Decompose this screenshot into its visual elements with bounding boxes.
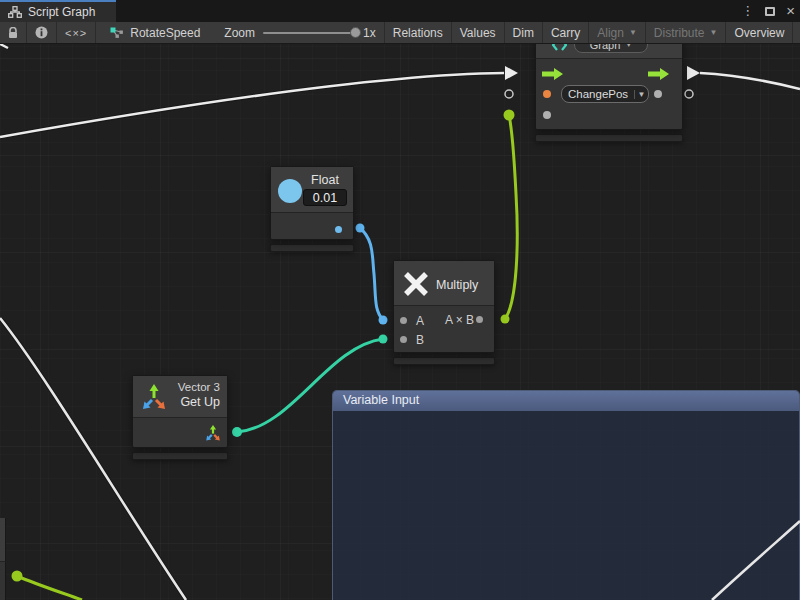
graph-hierarchy-icon	[8, 6, 22, 18]
node-title: Float	[303, 173, 347, 187]
tab-label: Script Graph	[28, 5, 95, 19]
wire-multiply-to-graph	[505, 115, 517, 319]
tab-script-graph[interactable]: Script Graph	[0, 0, 116, 22]
graph-reference-button[interactable]: RotateSpeed	[96, 22, 210, 43]
zoom-slider[interactable]	[263, 32, 355, 34]
node-footer	[132, 452, 228, 460]
connection-dot-green	[501, 315, 510, 324]
node-multiply[interactable]: Multiply A A × B B	[393, 260, 495, 365]
info-button[interactable]	[27, 22, 57, 43]
changepos-dropdown[interactable]: ChangePos ▼	[561, 85, 649, 103]
empty-port-ring	[505, 90, 513, 98]
group-header[interactable]: Variable Input	[333, 391, 799, 411]
port-axb-output[interactable]	[476, 316, 483, 323]
code-icon: <×>	[65, 27, 87, 39]
zoom-slider-handle[interactable]	[350, 27, 361, 38]
info-icon	[35, 26, 48, 39]
float-value-input[interactable]: 0.01	[303, 189, 347, 206]
port-changepos-input[interactable]	[543, 90, 551, 98]
flow-arrowhead-out	[687, 66, 700, 80]
node-title: Vector 3	[178, 381, 220, 393]
connection-dot-green	[12, 571, 23, 582]
wire-green-bottom-left	[17, 576, 82, 600]
float-icon	[278, 179, 302, 203]
node-title: Multiply	[436, 278, 478, 292]
port-a-label: A	[416, 315, 424, 327]
wire-white-corner	[0, 44, 8, 48]
subgraph-icon	[552, 44, 567, 51]
connection-dot-teal	[379, 335, 388, 344]
flow-input-port[interactable]	[542, 68, 564, 80]
group-title: Variable Input	[343, 393, 419, 407]
port-output-label: A × B	[445, 314, 474, 326]
align-button[interactable]: Align ▼	[589, 22, 646, 43]
values-button[interactable]: Values	[452, 22, 505, 43]
distribute-button[interactable]: Distribute ▼	[646, 22, 727, 43]
window-maximize-icon[interactable]	[765, 7, 775, 16]
full-screen-button[interactable]: Full Screen	[793, 22, 800, 43]
flow-output-port[interactable]	[648, 68, 670, 80]
chevron-down-icon: ▼	[625, 44, 632, 48]
lock-icon	[8, 27, 18, 39]
port-float-output[interactable]	[335, 226, 342, 233]
group-variable-input[interactable]: Variable Input	[332, 390, 800, 600]
zoom-control: Zoom 1x	[210, 22, 383, 43]
graph-node-icon	[110, 27, 124, 39]
wire-flow-in	[0, 73, 504, 137]
node-float[interactable]: Float 0.01	[270, 166, 354, 252]
tab-bar: Script Graph ⋮ ×	[0, 0, 800, 22]
flow-arrowhead-in	[505, 66, 518, 80]
zoom-value: 1x	[363, 26, 376, 40]
dim-button[interactable]: Dim	[505, 22, 543, 43]
chevron-down-icon: ▼	[634, 90, 648, 99]
node-offscreen-left[interactable]	[0, 518, 6, 600]
port-vector3-output[interactable]	[205, 425, 221, 441]
node-vector3-get-up[interactable]: Vector 3 Get Up	[132, 375, 228, 460]
lock-button[interactable]	[0, 22, 27, 43]
connection-dot-blue	[356, 224, 365, 233]
connection-dot-blue	[379, 316, 388, 325]
window-close-icon[interactable]: ×	[786, 0, 795, 22]
port-b-label: B	[416, 334, 424, 346]
chevron-down-icon: ▼	[629, 28, 637, 37]
window-menu-icon[interactable]: ⋮	[741, 0, 754, 22]
node-graph[interactable]: Graph ▼ ChangePos ▼	[535, 44, 683, 142]
wire-flow-out	[700, 73, 800, 89]
relations-button[interactable]: Relations	[384, 22, 452, 43]
node-footer	[270, 244, 354, 252]
graph-toolbar: <×> RotateSpeed Zoom 1x Relations Values…	[0, 22, 800, 44]
overview-button[interactable]: Overview	[726, 22, 793, 43]
node-operation: Get Up	[178, 395, 220, 409]
zoom-label: Zoom	[224, 26, 255, 40]
graph-picker-dropdown[interactable]: Graph ▼	[574, 44, 648, 53]
multiply-icon	[402, 270, 430, 298]
node-footer	[393, 357, 495, 365]
vector3-icon	[141, 384, 167, 410]
connection-dot-teal	[232, 427, 242, 437]
carry-button[interactable]: Carry	[543, 22, 589, 43]
empty-port-ring	[685, 90, 693, 98]
graph-canvas[interactable]: Variable Input	[0, 44, 800, 600]
port-b-input[interactable]	[400, 336, 407, 343]
wire-float-to-multiply	[360, 228, 383, 320]
port-value-output[interactable]	[654, 90, 662, 98]
chevron-down-icon: ▼	[710, 28, 718, 37]
port-a-input[interactable]	[400, 317, 407, 324]
graph-reference-label: RotateSpeed	[130, 26, 200, 40]
port-value-input[interactable]	[543, 111, 551, 119]
connection-dot-green	[504, 110, 515, 121]
node-footer	[535, 134, 683, 142]
code-preview-button[interactable]: <×>	[57, 22, 96, 43]
